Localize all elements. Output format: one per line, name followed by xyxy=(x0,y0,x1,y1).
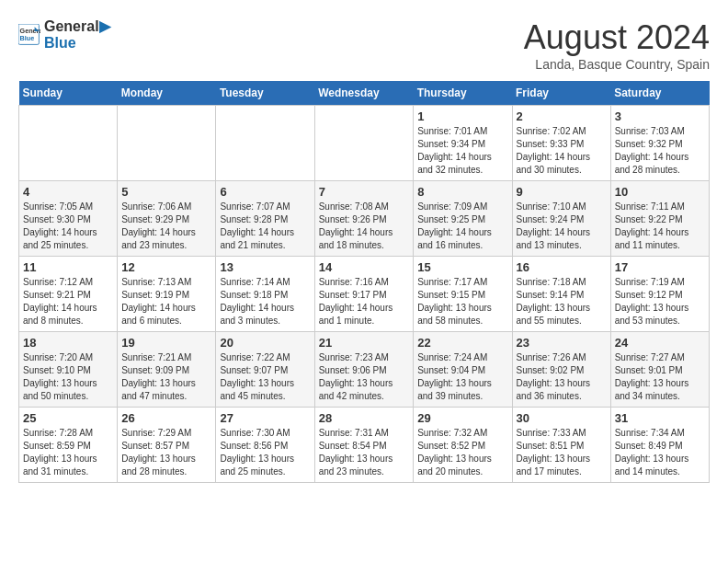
calendar-cell xyxy=(314,106,414,181)
day-number: 9 xyxy=(517,185,607,199)
day-info: Sunrise: 7:30 AM Sunset: 8:56 PM Dayligh… xyxy=(220,427,310,478)
day-number: 24 xyxy=(615,336,705,350)
day-number: 29 xyxy=(417,411,507,425)
calendar-cell: 18Sunrise: 7:20 AM Sunset: 9:10 PM Dayli… xyxy=(19,332,118,408)
calendar-cell: 16Sunrise: 7:18 AM Sunset: 9:14 PM Dayli… xyxy=(512,257,610,332)
day-info: Sunrise: 7:10 AM Sunset: 9:24 PM Dayligh… xyxy=(517,201,607,252)
calendar-cell: 8Sunrise: 7:09 AM Sunset: 9:25 PM Daylig… xyxy=(414,181,512,257)
header: General Blue General▶Blue August 2024 La… xyxy=(18,18,710,72)
day-info: Sunrise: 7:26 AM Sunset: 9:02 PM Dayligh… xyxy=(517,351,607,403)
header-monday: Monday xyxy=(118,81,216,106)
calendar-cell: 26Sunrise: 7:29 AM Sunset: 8:57 PM Dayli… xyxy=(118,408,216,483)
day-info: Sunrise: 7:27 AM Sunset: 9:01 PM Dayligh… xyxy=(615,351,705,403)
calendar-cell xyxy=(216,106,314,181)
calendar-cell: 23Sunrise: 7:26 AM Sunset: 9:02 PM Dayli… xyxy=(512,332,610,408)
day-number: 3 xyxy=(615,109,705,123)
day-info: Sunrise: 7:22 AM Sunset: 9:07 PM Dayligh… xyxy=(220,351,310,403)
calendar-cell: 15Sunrise: 7:17 AM Sunset: 9:15 PM Dayli… xyxy=(414,257,512,332)
calendar-week-row: 1Sunrise: 7:01 AM Sunset: 9:34 PM Daylig… xyxy=(19,106,710,181)
day-info: Sunrise: 7:32 AM Sunset: 8:52 PM Dayligh… xyxy=(417,427,507,478)
day-number: 7 xyxy=(319,185,410,199)
day-info: Sunrise: 7:31 AM Sunset: 8:54 PM Dayligh… xyxy=(319,427,410,478)
day-number: 15 xyxy=(417,260,507,274)
day-info: Sunrise: 7:34 AM Sunset: 8:49 PM Dayligh… xyxy=(615,427,705,478)
calendar-cell: 5Sunrise: 7:06 AM Sunset: 9:29 PM Daylig… xyxy=(118,181,216,257)
day-number: 26 xyxy=(121,411,211,425)
svg-text:Blue: Blue xyxy=(20,33,35,41)
calendar-cell xyxy=(118,106,216,181)
day-number: 25 xyxy=(23,411,113,425)
day-info: Sunrise: 7:19 AM Sunset: 9:12 PM Dayligh… xyxy=(615,276,705,327)
calendar-cell: 29Sunrise: 7:32 AM Sunset: 8:52 PM Dayli… xyxy=(414,408,512,483)
calendar-cell: 9Sunrise: 7:10 AM Sunset: 9:24 PM Daylig… xyxy=(512,181,610,257)
calendar-cell: 4Sunrise: 7:05 AM Sunset: 9:30 PM Daylig… xyxy=(19,181,118,257)
day-info: Sunrise: 7:17 AM Sunset: 9:15 PM Dayligh… xyxy=(417,276,507,327)
day-number: 22 xyxy=(417,336,507,350)
day-number: 23 xyxy=(517,336,607,350)
day-number: 20 xyxy=(220,336,310,350)
day-info: Sunrise: 7:21 AM Sunset: 9:09 PM Dayligh… xyxy=(121,351,211,403)
calendar-week-row: 25Sunrise: 7:28 AM Sunset: 8:59 PM Dayli… xyxy=(19,408,710,483)
day-info: Sunrise: 7:23 AM Sunset: 9:06 PM Dayligh… xyxy=(319,351,410,403)
day-number: 14 xyxy=(319,260,410,274)
day-info: Sunrise: 7:14 AM Sunset: 9:18 PM Dayligh… xyxy=(220,276,310,327)
day-number: 11 xyxy=(23,260,113,274)
calendar-header-row: SundayMondayTuesdayWednesdayThursdayFrid… xyxy=(19,81,710,106)
calendar-cell: 6Sunrise: 7:07 AM Sunset: 9:28 PM Daylig… xyxy=(216,181,314,257)
logo-icon: General Blue xyxy=(18,24,40,46)
calendar-cell xyxy=(19,106,118,181)
day-number: 19 xyxy=(121,336,211,350)
day-number: 13 xyxy=(220,260,310,274)
day-number: 1 xyxy=(417,109,507,123)
calendar-cell: 21Sunrise: 7:23 AM Sunset: 9:06 PM Dayli… xyxy=(314,332,414,408)
header-saturday: Saturday xyxy=(610,81,709,106)
calendar-week-row: 18Sunrise: 7:20 AM Sunset: 9:10 PM Dayli… xyxy=(19,332,710,408)
day-info: Sunrise: 7:05 AM Sunset: 9:30 PM Dayligh… xyxy=(23,201,113,252)
day-number: 12 xyxy=(121,260,211,274)
day-info: Sunrise: 7:33 AM Sunset: 8:51 PM Dayligh… xyxy=(517,427,607,478)
calendar-cell: 13Sunrise: 7:14 AM Sunset: 9:18 PM Dayli… xyxy=(216,257,314,332)
day-info: Sunrise: 7:03 AM Sunset: 9:32 PM Dayligh… xyxy=(615,125,705,177)
calendar-cell: 3Sunrise: 7:03 AM Sunset: 9:32 PM Daylig… xyxy=(610,106,709,181)
month-year: August 2024 xyxy=(524,18,710,57)
day-info: Sunrise: 7:02 AM Sunset: 9:33 PM Dayligh… xyxy=(517,125,607,177)
day-number: 4 xyxy=(23,185,113,199)
calendar-cell: 30Sunrise: 7:33 AM Sunset: 8:51 PM Dayli… xyxy=(512,408,610,483)
calendar-cell: 22Sunrise: 7:24 AM Sunset: 9:04 PM Dayli… xyxy=(414,332,512,408)
logo: General Blue General▶Blue xyxy=(18,18,110,51)
day-number: 28 xyxy=(319,411,410,425)
day-number: 17 xyxy=(615,260,705,274)
day-info: Sunrise: 7:18 AM Sunset: 9:14 PM Dayligh… xyxy=(517,276,607,327)
location: Landa, Basque Country, Spain xyxy=(524,57,710,72)
calendar-cell: 27Sunrise: 7:30 AM Sunset: 8:56 PM Dayli… xyxy=(216,408,314,483)
calendar-cell: 19Sunrise: 7:21 AM Sunset: 9:09 PM Dayli… xyxy=(118,332,216,408)
day-number: 21 xyxy=(319,336,410,350)
calendar-cell: 1Sunrise: 7:01 AM Sunset: 9:34 PM Daylig… xyxy=(414,106,512,181)
calendar-cell: 14Sunrise: 7:16 AM Sunset: 9:17 PM Dayli… xyxy=(314,257,414,332)
day-number: 2 xyxy=(517,109,607,123)
day-info: Sunrise: 7:13 AM Sunset: 9:19 PM Dayligh… xyxy=(121,276,211,327)
day-info: Sunrise: 7:28 AM Sunset: 8:59 PM Dayligh… xyxy=(23,427,113,478)
day-number: 8 xyxy=(417,185,507,199)
header-thursday: Thursday xyxy=(414,81,512,106)
day-number: 31 xyxy=(615,411,705,425)
day-info: Sunrise: 7:01 AM Sunset: 9:34 PM Dayligh… xyxy=(417,125,507,177)
day-info: Sunrise: 7:20 AM Sunset: 9:10 PM Dayligh… xyxy=(23,351,113,403)
logo-text: General▶Blue xyxy=(44,18,110,51)
calendar-cell: 20Sunrise: 7:22 AM Sunset: 9:07 PM Dayli… xyxy=(216,332,314,408)
calendar-table: SundayMondayTuesdayWednesdayThursdayFrid… xyxy=(18,81,710,483)
day-number: 16 xyxy=(517,260,607,274)
title-section: August 2024 Landa, Basque Country, Spain xyxy=(524,18,710,72)
calendar-cell: 28Sunrise: 7:31 AM Sunset: 8:54 PM Dayli… xyxy=(314,408,414,483)
calendar-cell: 25Sunrise: 7:28 AM Sunset: 8:59 PM Dayli… xyxy=(19,408,118,483)
day-info: Sunrise: 7:11 AM Sunset: 9:22 PM Dayligh… xyxy=(615,201,705,252)
day-number: 5 xyxy=(121,185,211,199)
header-wednesday: Wednesday xyxy=(314,81,414,106)
calendar-cell: 31Sunrise: 7:34 AM Sunset: 8:49 PM Dayli… xyxy=(610,408,709,483)
day-info: Sunrise: 7:07 AM Sunset: 9:28 PM Dayligh… xyxy=(220,201,310,252)
calendar-cell: 11Sunrise: 7:12 AM Sunset: 9:21 PM Dayli… xyxy=(19,257,118,332)
day-number: 30 xyxy=(517,411,607,425)
calendar-cell: 24Sunrise: 7:27 AM Sunset: 9:01 PM Dayli… xyxy=(610,332,709,408)
day-info: Sunrise: 7:24 AM Sunset: 9:04 PM Dayligh… xyxy=(417,351,507,403)
calendar-cell: 12Sunrise: 7:13 AM Sunset: 9:19 PM Dayli… xyxy=(118,257,216,332)
